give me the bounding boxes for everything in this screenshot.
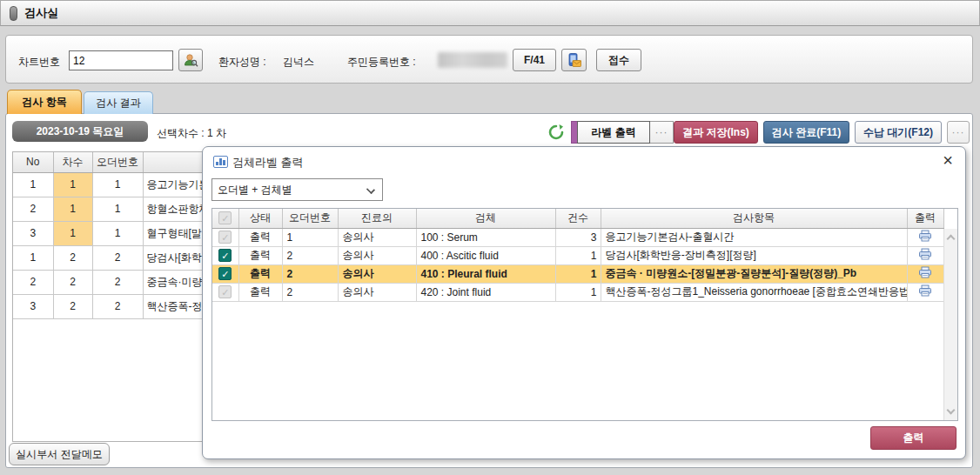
col-status: 상태 (238, 209, 282, 228)
cell-count: 1 (555, 283, 601, 301)
refresh-icon (547, 124, 565, 141)
row-checkbox[interactable]: ✓ (218, 285, 232, 298)
label-mode-value: 오더별 + 검체별 (218, 183, 292, 197)
row-checkbox[interactable]: ✓ (218, 249, 232, 262)
printer-icon (918, 284, 932, 297)
order-table-header: No 차수 오더번호 (13, 152, 204, 172)
sex-age-button[interactable]: F/41 (513, 49, 556, 71)
cell-specimen: 400 : Ascitic fluid (416, 246, 555, 264)
cell-order-no: 2 (282, 246, 338, 264)
col-count: 건수 (555, 209, 601, 228)
order-table-row[interactable]: 311혈구형태[말초 (13, 221, 204, 245)
specimen-table: ✓ 상태 오더번호 진료의 검체 건수 검사항목 출력 ✓출력1송의사100 :… (212, 209, 944, 302)
tab-exam-items[interactable]: 검사 항목 (7, 90, 82, 114)
dialog-print-button[interactable]: 출력 (870, 426, 957, 450)
sms-button[interactable] (561, 49, 587, 71)
cell-order-no: 2 (282, 264, 338, 283)
col-specimen: 검체 (416, 209, 555, 228)
cell-order-no: 1 (92, 221, 143, 245)
col-order-no: 오더번호 (92, 152, 143, 172)
cell-specimen: 410 : Pleural fluid (416, 264, 555, 283)
cell-round: 2 (53, 294, 92, 318)
cell-round: 1 (53, 197, 92, 221)
cell-exam-name: 중금속·미량원 (143, 270, 204, 294)
col-select: ✓ (212, 209, 238, 228)
payment-wait-button[interactable]: 수납 대기(F12) (855, 121, 942, 144)
cell-exam-item: 당검사[화학반응-장비측정][정량] (601, 246, 907, 264)
cell-exam-name: 항혈소판항체 (143, 197, 204, 221)
select-all-checkbox[interactable]: ✓ (218, 211, 232, 224)
dialog-close-icon[interactable]: × (943, 150, 953, 171)
refresh-button[interactable] (546, 122, 567, 143)
patient-search-button[interactable] (178, 49, 203, 71)
exam-complete-button[interactable]: 검사 완료(F11) (763, 121, 849, 144)
cell-exam-item: 핵산증폭-정성그룹1_Neisseria gonorrhoeae [중합효소연쇄… (601, 283, 907, 301)
col-no: No (13, 152, 53, 172)
cell-no: 2 (13, 197, 53, 221)
receipt-button[interactable]: 접수 (596, 49, 641, 71)
scroll-down-icon[interactable] (947, 406, 956, 415)
order-table: No 차수 오더번호 111응고기능기본211항혈소판항체311혈구형태[말초1… (13, 152, 204, 319)
window-icon (10, 6, 17, 21)
phone-message-icon (567, 52, 582, 68)
specimen-table-row[interactable]: ✓출력2송의사400 : Ascitic fluid1당검사[화학반응-장비측정… (212, 246, 943, 264)
row-checkbox[interactable]: ✓ (218, 231, 232, 244)
cell-round: 1 (53, 221, 92, 245)
cell-status: 출력 (238, 246, 282, 264)
order-table-row[interactable]: 211항혈소판항체 (13, 197, 204, 221)
col-print: 출력 (907, 209, 943, 228)
vertical-scrollbar[interactable] (943, 229, 957, 420)
cell-exam-name: 응고기능기본 (143, 172, 204, 197)
label-print-more-button[interactable]: ··· (650, 121, 674, 144)
cell-no: 3 (13, 294, 53, 318)
label-print-accent (571, 121, 577, 144)
cell-doctor: 송의사 (338, 228, 416, 246)
label-print-button[interactable]: 라벨 출력 ··· (571, 121, 674, 144)
label-print-label[interactable]: 라벨 출력 (577, 121, 650, 144)
cell-order-no: 1 (92, 172, 143, 197)
cell-exam-item: 중금속 · 미량원소-[정밀분광-질량분석]-질량(정량)_Pb (601, 264, 907, 283)
cell-print[interactable] (907, 283, 943, 301)
date-badge[interactable]: 2023-10-19 목요일 (12, 121, 148, 142)
col-order-no: 오더번호 (282, 209, 338, 228)
cell-exam-name: 당검사[화학반 (143, 245, 204, 270)
cell-specimen: 420 : Joint fluid (416, 283, 555, 301)
cell-print[interactable] (907, 246, 943, 264)
rrn-redacted-value (438, 52, 507, 68)
printer-icon (918, 266, 932, 278)
col-exam-item: 검사항목 (601, 209, 907, 228)
label-mode-select[interactable]: 오더별 + 검체별 (211, 178, 383, 201)
order-table-row[interactable]: 122당검사[화학반 (13, 245, 204, 270)
printer-icon (918, 248, 932, 260)
cell-no: 1 (13, 172, 53, 197)
cell-print[interactable] (907, 228, 943, 246)
cell-no: 2 (13, 270, 53, 294)
specimen-table-row[interactable]: ✓출력2송의사410 : Pleural fluid1중금속 · 미량원소-[정… (212, 264, 943, 283)
chevron-down-icon (366, 185, 375, 194)
cell-order-no: 2 (282, 283, 338, 301)
cell-status: 출력 (238, 264, 282, 283)
chart-number-label: 차트번호 (18, 55, 60, 70)
save-result-button[interactable]: 결과 저장(Ins) (674, 121, 758, 144)
printer-icon (918, 230, 932, 242)
cell-print[interactable] (907, 264, 943, 283)
dept-memo-button[interactable]: 실시부서 전달메모 (9, 443, 110, 465)
order-table-row[interactable]: 222중금속·미량원 (13, 270, 204, 294)
scroll-up-icon[interactable] (947, 235, 956, 244)
tab-exam-results[interactable]: 검사 결과 (84, 91, 153, 114)
col-doctor: 진료의 (338, 209, 416, 228)
order-table-row[interactable]: 322핵산증폭-정성 (13, 294, 204, 318)
specimen-table-row[interactable]: ✓출력1송의사100 : Serum3응고기능기본검사-출혈시간 (212, 228, 943, 246)
col-name (143, 152, 204, 172)
cell-no: 3 (13, 221, 53, 245)
order-list-area: No 차수 오더번호 111응고기능기본211항혈소판항체311혈구형태[말초1… (12, 151, 203, 442)
specimen-table-row[interactable]: ✓출력2송의사420 : Joint fluid1핵산증폭-정성그룹1_Neis… (212, 283, 943, 301)
selection-round-label: 선택차수 : 1 차 (157, 126, 226, 141)
order-table-row[interactable]: 111응고기능기본 (13, 172, 204, 197)
cell-round: 1 (53, 172, 92, 197)
window-title: 검사실 (24, 5, 58, 21)
chart-number-input[interactable] (69, 50, 173, 70)
toolbar-more-button[interactable]: ··· (947, 121, 970, 144)
row-checkbox[interactable]: ✓ (218, 267, 232, 280)
cell-count: 1 (555, 264, 601, 283)
